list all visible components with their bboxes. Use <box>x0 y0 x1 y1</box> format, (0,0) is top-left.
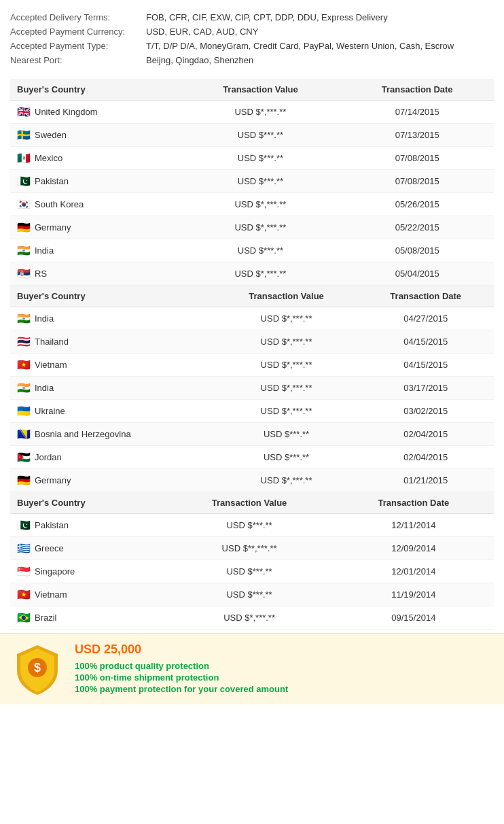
transaction-value: USD $*,***.** <box>180 262 340 286</box>
country-name: Brazil <box>35 613 57 623</box>
country-name: India <box>35 383 54 393</box>
country-name: Ukraine <box>35 406 65 416</box>
table-row: 🇵🇰PakistanUSD $***.**07/08/2015 <box>10 170 494 193</box>
table-header: Transaction Value <box>165 492 333 514</box>
flag-icon: 🇷🇸 <box>17 267 31 280</box>
transaction-date: 09/15/2014 <box>334 606 494 630</box>
country-name: South Korea <box>35 199 84 209</box>
country-name: Greece <box>35 543 64 553</box>
country-cell: 🇻🇳Vietnam <box>10 354 215 377</box>
transaction-date: 07/08/2015 <box>340 170 494 193</box>
country-cell: 🇯🇴Jordan <box>10 446 215 469</box>
transaction-date: 12/01/2014 <box>334 560 494 583</box>
country-name: Pakistan <box>35 520 69 530</box>
country-cell: 🇰🇷South Korea <box>10 193 180 216</box>
transaction-date: 03/02/2015 <box>357 400 494 423</box>
country-cell: 🇩🇪Germany <box>10 216 180 239</box>
flag-icon: 🇻🇳 <box>17 588 31 601</box>
table-header: Buyer's Country <box>10 286 215 307</box>
country-name: Germany <box>35 475 71 485</box>
table-row: 🇧🇦Bosnia and HerzegovinaUSD $***.**02/04… <box>10 423 494 446</box>
country-cell: 🇺🇦Ukraine <box>10 400 215 423</box>
flag-icon: 🇻🇳 <box>17 358 31 371</box>
country-cell: 🇹🇭Thailand <box>10 330 215 354</box>
term-value: Beijng, Qingdao, Shenzhen <box>146 55 253 65</box>
country-name: Pakistan <box>35 176 69 186</box>
country-name: Germany <box>35 222 71 233</box>
country-name: Mexico <box>35 153 62 163</box>
country-name: Jordan <box>35 452 62 462</box>
country-name: Bosnia and Herzegovina <box>35 429 131 439</box>
flag-icon: 🇲🇽 <box>17 152 31 165</box>
flag-icon: 🇧🇦 <box>17 428 31 441</box>
term-label: Accepted Delivery Terms: <box>10 12 146 22</box>
flag-icon: 🇮🇳 <box>17 381 31 394</box>
country-cell: 🇮🇳India <box>10 377 215 400</box>
business-terms-section: Accepted Delivery Terms:FOB, CFR, CIF, E… <box>0 0 504 79</box>
transaction-date: 02/04/2015 <box>357 446 494 469</box>
country-cell: 🇲🇽Mexico <box>10 147 180 170</box>
term-row: Nearest Port:Beijng, Qingdao, Shenzhen <box>10 55 494 65</box>
country-name: India <box>35 313 54 324</box>
transaction-date: 05/22/2015 <box>340 216 494 239</box>
term-row: Accepted Payment Currency:USD, EUR, CAD,… <box>10 27 494 37</box>
flag-icon: 🇵🇰 <box>17 519 31 532</box>
country-cell: 🇵🇰Pakistan <box>10 170 180 193</box>
transaction-value: USD $*,***.** <box>165 606 333 630</box>
transaction-value: USD $*,***.** <box>215 377 358 400</box>
trade-assurance-limit: USD 25,000 <box>75 642 288 657</box>
table-row: 🇬🇧United KingdomUSD $*,***.**07/14/2015 <box>10 101 494 124</box>
trade-assurance-limit-value: USD 25,000 <box>75 642 141 656</box>
transaction-value: USD $***.** <box>165 514 333 537</box>
table-row: 🇵🇰PakistanUSD $***.**12/11/2014 <box>10 514 494 537</box>
flag-icon: 🇩🇪 <box>17 474 31 487</box>
flag-icon: 🇮🇳 <box>17 244 31 257</box>
table-row: 🇻🇳VietnamUSD $***.**11/19/2014 <box>10 583 494 606</box>
transaction-date: 04/15/2015 <box>357 330 494 354</box>
flag-icon: 🇯🇴 <box>17 451 31 464</box>
table-header: Transaction Date <box>357 286 494 307</box>
table-row: 🇧🇷BrazilUSD $*,***.**09/15/2014 <box>10 606 494 630</box>
transaction-value: USD $***.** <box>215 446 358 469</box>
term-value: FOB, CFR, CIF, EXW, CIP, CPT, DDP, DDU, … <box>146 12 388 22</box>
table-header: Transaction Value <box>180 79 340 101</box>
table-row: 🇰🇷South KoreaUSD $*,***.**05/26/2015 <box>10 193 494 216</box>
term-row: Accepted Delivery Terms:FOB, CFR, CIF, E… <box>10 12 494 22</box>
trade-assurance-banner: $ USD 25,000 100% product quality protec… <box>0 633 504 704</box>
transaction-value: USD $*,***.** <box>180 216 340 239</box>
transaction-date: 02/04/2015 <box>357 423 494 446</box>
country-cell: 🇻🇳Vietnam <box>10 583 165 606</box>
flag-icon: 🇹🇭 <box>17 335 31 348</box>
flag-icon: 🇸🇪 <box>17 128 31 141</box>
table-row: 🇺🇦UkraineUSD $*,***.**03/02/2015 <box>10 400 494 423</box>
protection-line: 100% payment protection for your covered… <box>75 684 288 694</box>
shield-icon: $ <box>10 642 65 696</box>
flag-icon: 🇰🇷 <box>17 198 31 211</box>
flag-icon: 🇩🇪 <box>17 221 31 234</box>
country-name: Singapore <box>35 566 75 577</box>
transaction-value: USD $*,***.** <box>215 469 358 492</box>
country-name: RS <box>35 269 47 279</box>
country-cell: 🇮🇳India <box>10 239 180 262</box>
transaction-table-1: Buyer's CountryTransaction ValueTransact… <box>10 286 494 492</box>
term-label: Nearest Port: <box>10 55 146 65</box>
transaction-date: 04/15/2015 <box>357 354 494 377</box>
transaction-date: 07/08/2015 <box>340 147 494 170</box>
table-row: 🇩🇪GermanyUSD $*,***.**01/21/2015 <box>10 469 494 492</box>
table-row: 🇲🇽MexicoUSD $***.**07/08/2015 <box>10 147 494 170</box>
table-header: Buyer's Country <box>10 79 180 101</box>
table-row: 🇮🇳IndiaUSD $*,***.**03/17/2015 <box>10 377 494 400</box>
transaction-date: 01/21/2015 <box>357 469 494 492</box>
country-name: United Kingdom <box>35 107 98 117</box>
transaction-value: USD $*,***.** <box>180 193 340 216</box>
table-row: 🇬🇷GreeceUSD $**,***.**12/09/2014 <box>10 537 494 560</box>
term-label: Accepted Payment Type: <box>10 41 146 51</box>
country-cell: 🇵🇰Pakistan <box>10 514 165 537</box>
transaction-table-2: Buyer's CountryTransaction ValueTransact… <box>10 492 494 630</box>
table-header: Transaction Date <box>340 79 494 101</box>
transaction-value: USD $***.** <box>180 147 340 170</box>
table-row: 🇯🇴JordanUSD $***.**02/04/2015 <box>10 446 494 469</box>
country-name: Vietnam <box>35 360 67 370</box>
transaction-date: 05/08/2015 <box>340 239 494 262</box>
country-cell: 🇧🇦Bosnia and Herzegovina <box>10 423 215 446</box>
